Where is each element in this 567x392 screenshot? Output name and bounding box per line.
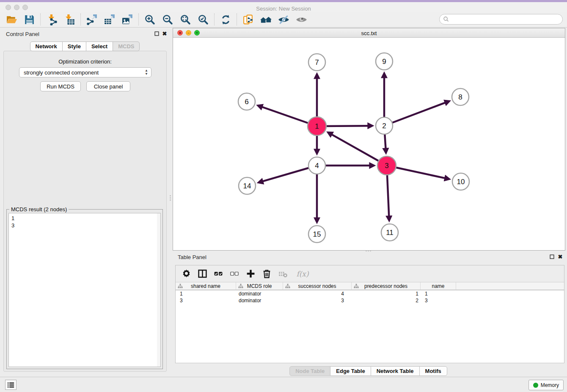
- import-network-icon[interactable]: [43, 13, 61, 26]
- memory-label: Memory: [541, 382, 559, 388]
- column-header-successor-nodes[interactable]: successor nodes: [283, 282, 352, 290]
- table-cell[interactable]: dominator: [236, 290, 283, 297]
- close-panel-button[interactable]: Close panel: [86, 81, 130, 91]
- delete-icon[interactable]: [259, 267, 274, 281]
- table-cell[interactable]: 2: [352, 297, 421, 304]
- graph-node-1[interactable]: 1: [308, 117, 326, 135]
- graph-node-6[interactable]: 6: [238, 93, 255, 110]
- add-icon[interactable]: [243, 267, 258, 281]
- toolbar-separator: [80, 14, 81, 25]
- table-header-row[interactable]: shared nameMCDS rolesuccessor nodesprede…: [176, 282, 564, 290]
- graph-node-2[interactable]: 2: [376, 117, 393, 134]
- criterion-select[interactable]: strongly connected component ▲▼: [19, 67, 151, 77]
- zoom-fit-icon[interactable]: [176, 13, 194, 26]
- table-row[interactable]: 3dominator323: [176, 297, 564, 304]
- table-cell[interactable]: 3: [176, 297, 236, 304]
- home-icon[interactable]: [257, 13, 275, 26]
- toolbar-separator: [237, 14, 237, 25]
- refresh-icon[interactable]: [217, 13, 234, 26]
- clone-network-icon[interactable]: [239, 13, 257, 26]
- task-history-button[interactable]: [5, 380, 17, 390]
- table-cell[interactable]: 3: [283, 297, 352, 304]
- tab-node-table[interactable]: Node Table: [289, 366, 330, 376]
- hide-selected-icon[interactable]: [275, 13, 292, 26]
- graph-node-11[interactable]: 11: [381, 224, 398, 241]
- control-panel: Control Panel ✖ NetworkStyleSelectMCDS O…: [3, 30, 168, 373]
- table-cell[interactable]: 1: [176, 290, 236, 297]
- memory-button[interactable]: Memory: [528, 380, 564, 390]
- zoom-selected-icon[interactable]: [194, 13, 212, 26]
- edge-2-8[interactable]: [384, 102, 446, 126]
- svg-text:2: 2: [382, 122, 386, 130]
- svg-text:11: 11: [386, 229, 394, 237]
- select-all-icon[interactable]: [211, 267, 226, 281]
- svg-text:8: 8: [458, 93, 462, 101]
- graph-node-7[interactable]: 7: [308, 54, 325, 71]
- network-view-window: ✕ − + scc.txt 1234678910111415: [173, 28, 565, 251]
- node-table[interactable]: shared nameMCDS rolesuccessor nodesprede…: [176, 282, 564, 363]
- float-panel-icon[interactable]: [154, 30, 160, 36]
- export-table-icon[interactable]: [101, 13, 118, 26]
- graph-node-15[interactable]: 15: [308, 226, 325, 243]
- vertical-splitter-handle[interactable]: [169, 193, 172, 203]
- horizontal-splitter-handle[interactable]: [363, 249, 373, 252]
- open-file-icon[interactable]: [3, 13, 20, 26]
- settings-icon[interactable]: [179, 267, 193, 281]
- column-header-predecessor-nodes[interactable]: predecessor nodes: [352, 282, 421, 290]
- tab-mcds[interactable]: MCDS: [113, 41, 140, 51]
- zoom-out-icon[interactable]: [159, 13, 176, 26]
- criterion-label: Optimization criterion:: [4, 58, 166, 65]
- table-cell[interactable]: dominator: [236, 297, 283, 304]
- tab-edge-table[interactable]: Edge Table: [330, 366, 371, 376]
- mcds-result-list[interactable]: 1 3: [8, 213, 161, 367]
- table-cell[interactable]: 1: [352, 290, 421, 297]
- search-input[interactable]: [449, 14, 562, 24]
- export-network-icon[interactable]: [83, 13, 101, 26]
- network-window-titlebar[interactable]: ✕ − + scc.txt: [173, 28, 565, 38]
- tab-select[interactable]: Select: [86, 41, 113, 51]
- memory-status-icon: [533, 383, 538, 388]
- graph-node-3[interactable]: 3: [377, 156, 396, 175]
- table-panel: Table Panel ✖ f(x) shared nameMCDS roles…: [170, 252, 567, 377]
- table-close-panel-icon[interactable]: ✖: [557, 254, 563, 259]
- tab-motifs[interactable]: Motifs: [419, 366, 447, 376]
- tab-network[interactable]: Network: [30, 41, 63, 51]
- show-all-icon[interactable]: [292, 13, 310, 26]
- table-cell[interactable]: 1: [421, 290, 456, 297]
- graph-node-8[interactable]: 8: [452, 88, 469, 105]
- column-view-icon[interactable]: [195, 267, 209, 281]
- tab-style[interactable]: Style: [62, 41, 86, 51]
- column-header-MCDS-role[interactable]: MCDS role: [236, 282, 283, 290]
- column-header-name[interactable]: name: [421, 282, 456, 290]
- delete-table-icon: [275, 267, 290, 281]
- toolbar-separator: [138, 14, 139, 25]
- search-field[interactable]: [439, 14, 563, 25]
- mcds-result-title: MCDS result (2 nodes): [9, 206, 69, 213]
- zoom-in-icon[interactable]: [141, 13, 159, 26]
- mcds-result-group: MCDS result (2 nodes) 1 3: [6, 209, 163, 369]
- export-image-icon[interactable]: [118, 13, 136, 26]
- column-header-shared-name[interactable]: shared name: [176, 282, 236, 290]
- graph-node-14[interactable]: 14: [239, 177, 256, 194]
- graph-node-10[interactable]: 10: [452, 173, 469, 190]
- svg-text:9: 9: [382, 58, 386, 66]
- deselect-all-icon[interactable]: [227, 267, 242, 281]
- network-canvas[interactable]: 1234678910111415: [173, 38, 565, 250]
- table-cell[interactable]: 4: [283, 290, 352, 297]
- run-mcds-button[interactable]: Run MCDS: [40, 81, 81, 91]
- close-panel-icon[interactable]: ✖: [162, 30, 168, 36]
- table-row[interactable]: 1dominator411: [176, 290, 564, 297]
- graph-node-9[interactable]: 9: [376, 53, 393, 70]
- control-panel-tabs: NetworkStyleSelectMCDS: [3, 41, 168, 51]
- save-session-icon[interactable]: [20, 13, 38, 26]
- mcds-panel-body: Optimization criterion: strongly connect…: [3, 51, 167, 372]
- tab-network-table[interactable]: Network Table: [371, 366, 420, 376]
- graph-node-4[interactable]: 4: [308, 157, 325, 174]
- network-graph[interactable]: 1234678910111415: [173, 38, 565, 251]
- table-cell[interactable]: 3: [421, 297, 456, 304]
- table-float-panel-icon[interactable]: [549, 254, 555, 259]
- control-panel-title: Control Panel: [6, 31, 39, 37]
- toolbar-separator: [40, 14, 41, 25]
- import-table-icon[interactable]: [61, 13, 78, 26]
- result-scrollbar[interactable]: [157, 213, 160, 367]
